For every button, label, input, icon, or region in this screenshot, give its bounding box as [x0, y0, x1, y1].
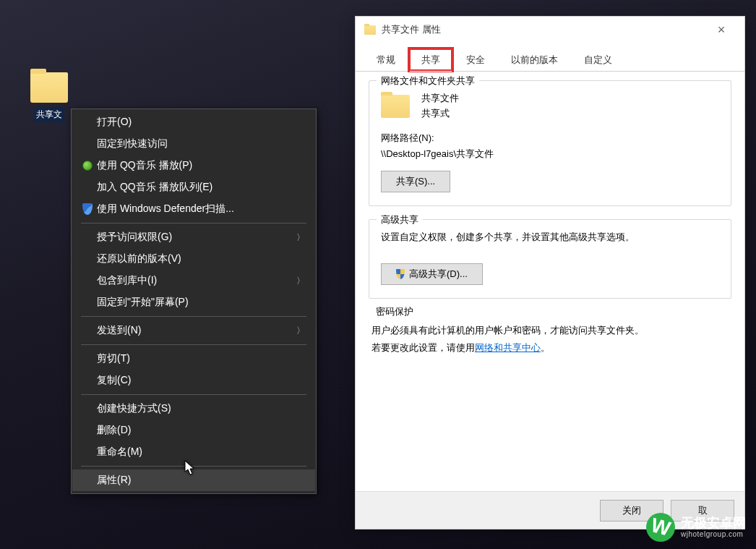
tab-security[interactable]: 安全 [454, 48, 497, 71]
password-text-suffix: 。 [541, 342, 550, 353]
watermark-subtitle: wjhotelgroup.com [681, 530, 746, 538]
desktop-folder-icon[interactable]: 共享文 [27, 72, 71, 122]
menu-item-label: 使用 QQ音乐 播放(P) [95, 159, 305, 172]
menu-item[interactable]: 发送到(N)〉 [72, 320, 315, 341]
desktop-icon-label: 共享文 [34, 107, 64, 122]
menu-item[interactable]: 固定到快速访问 [72, 133, 315, 155]
menu-item[interactable]: 重命名(M) [72, 441, 315, 463]
menu-item-label: 属性(R) [95, 474, 305, 487]
menu-item-label: 包含到库中(I) [95, 274, 296, 287]
menu-item[interactable]: 还原以前的版本(V) [72, 248, 315, 270]
menu-item-label: 使用 Windows Defender扫描... [95, 203, 305, 216]
menu-item-label: 删除(D) [95, 424, 305, 437]
folder-icon [364, 25, 376, 35]
tab-custom[interactable]: 自定义 [572, 48, 624, 71]
chevron-right-icon: 〉 [296, 231, 305, 244]
menu-separator [81, 223, 306, 224]
watermark: W 无极安卓网 wjhotelgroup.com [646, 513, 746, 542]
watermark-logo-icon: W [646, 513, 675, 542]
menu-item[interactable]: 使用 QQ音乐 播放(P) [72, 155, 315, 176]
menu-separator [81, 344, 306, 345]
chevron-right-icon: 〉 [296, 325, 305, 337]
menu-item-label: 还原以前的版本(V) [95, 252, 305, 265]
menu-separator [81, 394, 306, 395]
menu-item-label: 重命名(M) [95, 446, 305, 459]
menu-item[interactable]: 剪切(T) [72, 348, 315, 370]
menu-item[interactable]: 删除(D) [72, 420, 315, 441]
menu-item-label: 复制(C) [95, 374, 305, 387]
group-legend: 网络文件和文件夹共享 [377, 75, 479, 88]
menu-item-label: 打开(O) [95, 116, 305, 129]
dialog-titlebar: 共享文件 属性 × [356, 17, 744, 43]
share-status: 共享式 [421, 106, 459, 122]
context-menu: 打开(O)固定到快速访问使用 QQ音乐 播放(P)加入 QQ音乐 播放队列(E)… [71, 108, 317, 494]
group-legend: 高级共享 [377, 213, 423, 226]
tab-previous-versions[interactable]: 以前的版本 [499, 48, 570, 71]
menu-item-label: 加入 QQ音乐 播放队列(E) [95, 181, 305, 194]
advanced-desc: 设置自定义权限，创建多个共享，并设置其他高级共享选项。 [381, 230, 719, 245]
menu-item[interactable]: 固定到"开始"屏幕(P) [72, 291, 315, 313]
network-path-value: \\Desktop-l7geais\共享文件 [381, 148, 719, 161]
menu-separator [81, 466, 306, 467]
folder-icon [381, 95, 410, 118]
menu-item[interactable]: 包含到库中(I)〉 [72, 270, 315, 291]
menu-item-label: 授予访问权限(G) [95, 231, 296, 244]
dialog-title: 共享文件 属性 [382, 23, 707, 36]
menu-item-label: 固定到"开始"屏幕(P) [95, 296, 305, 309]
password-protect-group: 密码保护 用户必须具有此计算机的用户帐户和密码，才能访问共享文件夹。 若要更改此… [369, 312, 731, 379]
qq-icon [80, 161, 95, 171]
menu-item[interactable]: 属性(R) [72, 469, 315, 491]
network-sharing-center-link[interactable]: 网络和共享中心 [475, 342, 541, 353]
menu-item-label: 创建快捷方式(S) [95, 402, 305, 415]
dialog-body: 网络文件和文件夹共享 共享文件 共享式 网络路径(N): \\Desktop-l… [356, 72, 744, 401]
menu-item[interactable]: 打开(O) [72, 111, 315, 133]
folder-icon [30, 72, 68, 103]
password-desc-line2: 若要更改此设置，请使用网络和共享中心。 [371, 339, 729, 356]
advanced-share-button[interactable]: 高级共享(D)... [381, 263, 483, 285]
menu-item[interactable]: 加入 QQ音乐 播放队列(E) [72, 176, 315, 198]
menu-separator [81, 316, 306, 317]
network-path-label: 网络路径(N): [381, 132, 719, 145]
menu-item[interactable]: 使用 Windows Defender扫描... [72, 198, 315, 220]
password-desc-line1: 用户必须具有此计算机的用户帐户和密码，才能访问共享文件夹。 [371, 322, 729, 339]
shield-icon [396, 269, 405, 279]
menu-item-label: 发送到(N) [95, 324, 296, 337]
group-legend: 密码保护 [371, 305, 418, 318]
close-button[interactable]: × [707, 22, 736, 38]
menu-item[interactable]: 授予访问权限(G)〉 [72, 226, 315, 248]
watermark-title: 无极安卓网 [681, 516, 746, 531]
menu-item[interactable]: 复制(C) [72, 370, 315, 391]
tab-bar: 常规 共享 安全 以前的版本 自定义 [356, 43, 744, 72]
tab-general[interactable]: 常规 [364, 48, 408, 71]
properties-dialog: 共享文件 属性 × 常规 共享 安全 以前的版本 自定义 网络文件和文件夹共享 … [355, 16, 745, 529]
chevron-right-icon: 〉 [296, 275, 305, 287]
share-button-label: 共享(S)... [396, 175, 435, 188]
menu-item-label: 剪切(T) [95, 352, 305, 365]
menu-item-label: 固定到快速访问 [95, 137, 305, 150]
advanced-share-group: 高级共享 设置自定义权限，创建多个共享，并设置其他高级共享选项。 高级共享(D)… [369, 219, 731, 299]
shield-icon [80, 203, 95, 215]
advanced-share-button-label: 高级共享(D)... [409, 268, 468, 281]
password-text-prefix: 若要更改此设置，请使用 [371, 342, 475, 353]
menu-item[interactable]: 创建快捷方式(S) [72, 398, 315, 420]
tab-share[interactable]: 共享 [409, 48, 452, 71]
share-button[interactable]: 共享(S)... [381, 171, 450, 192]
close-button-label: 关闭 [622, 504, 641, 517]
network-share-group: 网络文件和文件夹共享 共享文件 共享式 网络路径(N): \\Desktop-l… [369, 80, 731, 206]
share-name: 共享文件 [421, 91, 459, 106]
